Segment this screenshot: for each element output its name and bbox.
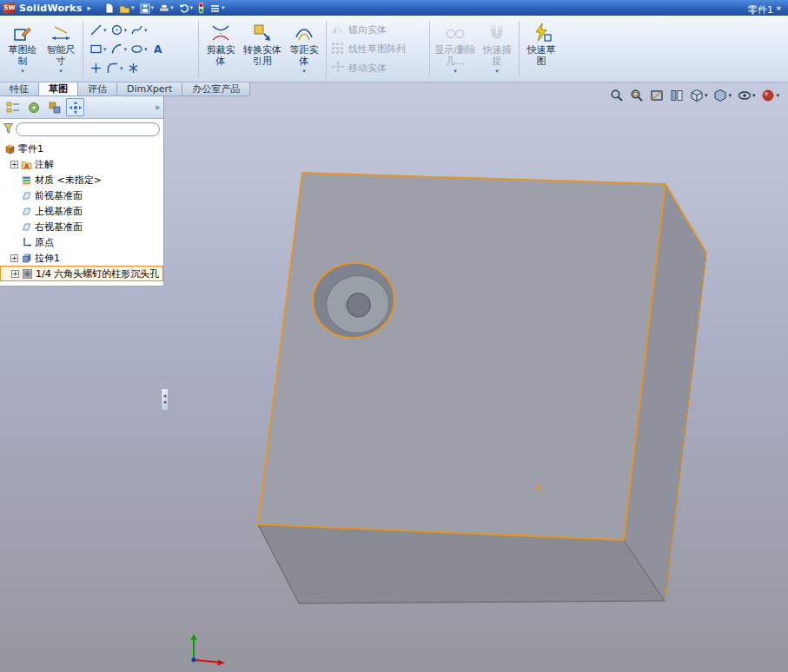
tree-root-part[interactable]: 零件1 <box>0 141 163 156</box>
dropdown-caret-icon[interactable]: ▾ <box>454 68 457 75</box>
tree-item-label: 右视基准面 <box>35 221 83 234</box>
panel-splitter-handle[interactable]: ◂ ◂ <box>161 388 169 411</box>
options-icon[interactable]: ▾ <box>209 3 225 14</box>
ribbon-separator <box>326 21 327 77</box>
open-icon[interactable]: ▾ <box>119 3 135 14</box>
mirror-entities-button[interactable]: 镜向实体 <box>331 22 425 38</box>
dropdown-caret-icon[interactable]: ▾ <box>495 68 499 75</box>
pattern-tools-column: 镜向实体 线性草图阵列 移动实体 <box>329 17 427 81</box>
tree-filter-input[interactable] <box>16 122 160 136</box>
tree-filter-row <box>0 119 163 138</box>
tree-item-annotations[interactable]: + A 注解 <box>0 156 163 172</box>
tab-sketch[interactable]: 草图 <box>39 82 78 96</box>
appearance-icon[interactable]: ▾ <box>761 89 779 102</box>
hide-show-icon[interactable]: ▾ <box>738 89 756 102</box>
tree-item-label: 材质 <未指定> <box>35 174 102 187</box>
linear-pattern-button[interactable]: 线性草图阵列 <box>331 41 425 57</box>
model-top-face[interactable] <box>258 173 665 540</box>
point-icon[interactable] <box>88 62 104 75</box>
display-delete-relations-label: 显示/删除几... <box>434 44 477 67</box>
view-orientation-icon[interactable]: ▾ <box>690 89 708 102</box>
quick-snap-button[interactable]: 快速捕捉 ▾ <box>478 17 516 81</box>
trim-entities-button[interactable]: 剪裁实体 <box>202 17 240 81</box>
trim-entities-label: 剪裁实体 <box>202 44 239 67</box>
expand-toggle[interactable]: + <box>10 254 18 262</box>
dropdown-caret-icon[interactable]: ▾ <box>21 68 24 75</box>
commandmanager-tabs: 特征 草图 评估 DimXpert 办公室产品 <box>0 82 250 96</box>
configurationmanager-tab[interactable] <box>45 98 63 116</box>
expand-toggle[interactable]: + <box>10 161 18 168</box>
spline-icon[interactable]: ▾ <box>129 23 149 36</box>
rapid-sketch-icon <box>531 22 552 44</box>
tree-item-label: 注解 <box>35 158 54 171</box>
zoom-area-icon[interactable] <box>630 89 644 102</box>
zoom-fit-icon[interactable] <box>610 89 624 102</box>
offset-entities-icon <box>294 22 315 44</box>
rebuild-icon[interactable] <box>197 2 205 14</box>
heads-up-view-toolbar: ▾ ▾ ▾ ▾ <box>610 89 779 102</box>
undo-icon[interactable]: ▾ <box>178 3 194 14</box>
part-icon <box>4 143 16 155</box>
tree-item-front-plane[interactable]: 前视基准面 <box>0 188 163 203</box>
dropdown-caret-icon[interactable]: ▾ <box>59 68 63 75</box>
trim-entities-icon <box>210 22 231 44</box>
rectangle-icon[interactable]: ▾ <box>88 43 109 56</box>
convert-entities-button[interactable]: 转换实体引用 <box>240 17 285 81</box>
line-icon[interactable]: ▾ <box>88 23 109 36</box>
offset-entities-label: 等距实体 <box>286 44 322 67</box>
tree-item-counterbore[interactable]: + 1/4 六角头螺钉的柱形沉头孔 <box>0 266 163 281</box>
section-view-icon[interactable] <box>650 89 664 102</box>
tab-office-products[interactable]: 办公室产品 <box>182 82 250 96</box>
smart-dimension-button[interactable]: 智能尺寸 ▾ <box>42 17 80 81</box>
tab-features[interactable]: 特征 <box>0 82 39 96</box>
featuremanager-tree: 零件1 + A 注解 材质 <未指定> <box>0 119 164 287</box>
view-settings-icon[interactable] <box>670 89 684 102</box>
tab-evaluate[interactable]: 评估 <box>78 82 117 96</box>
plane-icon <box>21 190 32 201</box>
tab-dimxpert[interactable]: DimXpert <box>117 82 182 96</box>
display-delete-relations-button[interactable]: 显示/删除几... ▾ <box>433 17 478 81</box>
propertymanager-tab[interactable] <box>24 98 43 116</box>
counterbore-icon <box>22 268 33 280</box>
linear-pattern-label: 线性草图阵列 <box>348 43 406 56</box>
solidworks-logo-icon: SW <box>3 3 16 14</box>
tree-indent-spacer <box>10 223 18 231</box>
dropdown-caret-icon[interactable]: ▾ <box>302 68 306 75</box>
tree-item-label: 上视基准面 <box>35 205 83 218</box>
expand-toggle[interactable]: + <box>11 270 19 278</box>
move-entities-button[interactable]: 移动实体 <box>331 60 425 76</box>
rapid-sketch-button[interactable]: 快速草图 <box>522 17 560 81</box>
text-icon[interactable]: A <box>149 43 166 56</box>
linear-pattern-icon <box>331 42 345 56</box>
circle-icon[interactable]: ▾ <box>109 23 129 36</box>
tree-item-origin[interactable]: 原点 <box>0 234 163 250</box>
tree-item-material[interactable]: 材质 <未指定> <box>0 172 163 188</box>
quick-snap-icon <box>487 22 507 44</box>
arc-icon[interactable]: ▾ <box>109 43 129 56</box>
new-document-icon[interactable] <box>103 3 115 14</box>
menu-expand-arrow-icon[interactable]: ▸ <box>87 3 91 12</box>
asterisk-icon[interactable] <box>125 62 142 75</box>
sketch-button[interactable]: 草图绘制 ▾ <box>3 17 42 81</box>
featuremanager-tree-tab[interactable] <box>3 98 22 116</box>
annotations-icon: A <box>21 159 32 170</box>
fillet-icon[interactable]: ▾ <box>104 62 125 75</box>
smart-dimension-label: 智能尺寸 <box>43 44 79 67</box>
print-icon[interactable]: ▾ <box>158 3 174 14</box>
command-ribbon: 草图绘制 ▾ 智能尺寸 ▾ ▾ ▾ ▾ ▾ ▾ ▾ A ▾ <box>0 16 788 82</box>
tree-item-top-plane[interactable]: 上视基准面 <box>0 203 163 219</box>
display-style-icon[interactable]: ▾ <box>713 89 732 102</box>
panel-expand-chevron-icon[interactable]: » <box>155 102 160 112</box>
tree-item-extrude1[interactable]: + 拉伸1 <box>0 250 163 266</box>
splitter-arrow-icon: ◂ <box>163 399 167 405</box>
save-icon[interactable]: ▾ <box>139 3 155 14</box>
ribbon-separator <box>519 21 520 77</box>
tree-item-right-plane[interactable]: 右视基准面 <box>0 219 163 234</box>
dimxpertmanager-tab[interactable] <box>66 98 84 116</box>
offset-entities-button[interactable]: 等距实体 ▾ <box>285 17 323 81</box>
ellipse-icon[interactable]: ▾ <box>129 43 149 56</box>
filter-funnel-icon <box>3 121 13 137</box>
origin-icon <box>21 237 32 248</box>
quick-snap-label: 快速捕捉 <box>479 44 515 67</box>
triad-x-arrow <box>217 660 225 666</box>
